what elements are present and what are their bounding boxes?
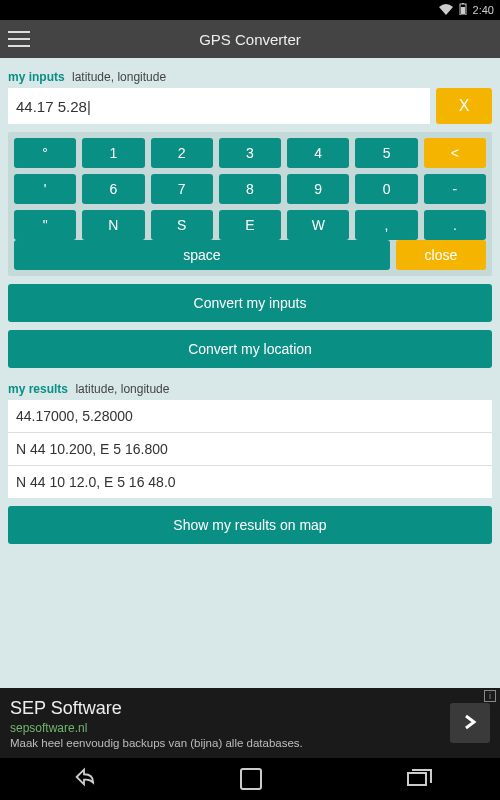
key-.[interactable]: . xyxy=(424,210,486,240)
key-1[interactable]: 1 xyxy=(82,138,144,168)
key-space[interactable]: space xyxy=(14,240,390,270)
key-S[interactable]: S xyxy=(151,210,213,240)
status-bar: 2:40 xyxy=(0,0,500,20)
key-W[interactable]: W xyxy=(287,210,349,240)
key-close[interactable]: close xyxy=(396,240,486,270)
show-on-map-button[interactable]: Show my results on map xyxy=(8,506,492,544)
chevron-right-icon xyxy=(462,712,478,735)
key-5[interactable]: 5 xyxy=(355,138,417,168)
battery-icon xyxy=(459,3,467,17)
nav-home-button[interactable] xyxy=(240,768,262,790)
results-label-primary: my results xyxy=(8,382,68,396)
wifi-icon xyxy=(439,4,453,17)
ad-banner[interactable]: SEP Software sepsoftware.nl Maak heel ee… xyxy=(0,688,500,758)
key-7[interactable]: 7 xyxy=(151,174,213,204)
svg-rect-1 xyxy=(462,3,464,4)
key-"[interactable]: " xyxy=(14,210,76,240)
key-4[interactable]: 4 xyxy=(287,138,349,168)
key--[interactable]: - xyxy=(424,174,486,204)
result-line: N 44 10.200, E 5 16.800 xyxy=(8,433,492,466)
key-9[interactable]: 9 xyxy=(287,174,349,204)
nav-recent-button[interactable] xyxy=(407,772,427,786)
key-°[interactable]: ° xyxy=(14,138,76,168)
key-'[interactable]: ' xyxy=(14,174,76,204)
keypad: °12345<'67890-"NSEW,. space close xyxy=(8,132,492,276)
app-title: GPS Converter xyxy=(30,31,470,48)
status-time: 2:40 xyxy=(473,4,494,16)
ad-link: sepsoftware.nl xyxy=(10,721,450,735)
convert-location-button[interactable]: Convert my location xyxy=(8,330,492,368)
ad-go-button[interactable] xyxy=(450,703,490,743)
input-label: my inputs latitude, longitude xyxy=(8,70,492,84)
nav-back-button[interactable] xyxy=(73,766,95,793)
key-2[interactable]: 2 xyxy=(151,138,213,168)
ad-title: SEP Software xyxy=(10,698,450,719)
result-line: 44.17000, 5.28000 xyxy=(8,400,492,433)
input-label-secondary: latitude, longitude xyxy=(72,70,166,84)
key-6[interactable]: 6 xyxy=(82,174,144,204)
key-N[interactable]: N xyxy=(82,210,144,240)
coordinate-input[interactable] xyxy=(8,88,430,124)
key-3[interactable]: 3 xyxy=(219,138,281,168)
key-<[interactable]: < xyxy=(424,138,486,168)
input-label-primary: my inputs xyxy=(8,70,65,84)
app-bar: GPS Converter xyxy=(0,20,500,58)
ad-info-icon[interactable]: i xyxy=(484,690,496,702)
results-list: 44.17000, 5.28000N 44 10.200, E 5 16.800… xyxy=(8,400,492,498)
ad-subtitle: Maak heel eenvoudig backups van (bijna) … xyxy=(10,737,450,749)
results-label-secondary: latitude, longitude xyxy=(75,382,169,396)
menu-icon[interactable] xyxy=(8,31,30,47)
android-nav-bar xyxy=(0,758,500,800)
convert-inputs-button[interactable]: Convert my inputs xyxy=(8,284,492,322)
svg-rect-2 xyxy=(461,7,465,14)
result-line: N 44 10 12.0, E 5 16 48.0 xyxy=(8,466,492,498)
results-label: my results latitude, longitude xyxy=(8,382,492,396)
key-0[interactable]: 0 xyxy=(355,174,417,204)
clear-button[interactable]: X xyxy=(436,88,492,124)
key-8[interactable]: 8 xyxy=(219,174,281,204)
key-E[interactable]: E xyxy=(219,210,281,240)
key-,[interactable]: , xyxy=(355,210,417,240)
